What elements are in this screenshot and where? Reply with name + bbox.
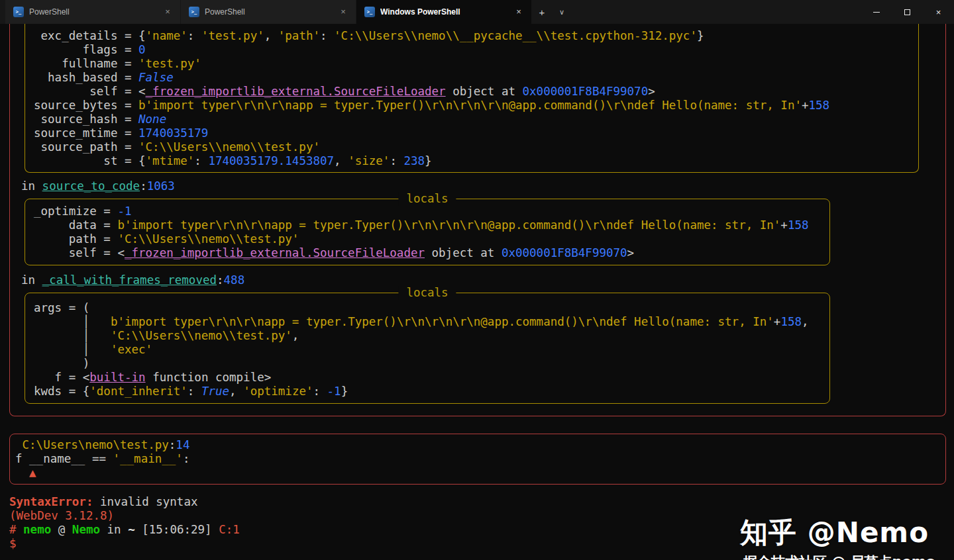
watermark-zhihu: 知乎 @Nemo [740,526,929,539]
watermark-juejin: 掘金技术社区 @ 尼莫点nemo [743,555,935,560]
terminal-line: source_hash = None [34,113,912,126]
terminal-line: f = <built-in function compile> [34,371,823,385]
maximize-icon [904,9,910,15]
terminal-line: │ 'C:\\Users\\nemo\\test.py', [34,329,823,343]
terminal-line: args = ( [34,301,823,315]
powershell-icon-glyph: >_ [16,10,21,15]
terminal-line: source_bytes = b'import typer\r\n\r\napp… [34,99,912,113]
powershell-icon: >_ [13,7,24,17]
terminal-window: >_ PowerShell × >_ PowerShell × >_ Windo… [0,0,954,560]
terminal-line: self = <_frozen_importlib_external.Sourc… [34,246,823,260]
locals-box-source-to-code: locals _optimize = -1 data = b'import ty… [25,199,830,265]
powershell-icon: >_ [189,7,199,17]
tab-title: PowerShell [205,7,332,17]
locals-box-title: locals [398,192,456,206]
terminal-line: data = b'import typer\r\n\r\napp = typer… [34,218,823,232]
terminal-line: in _call_with_frames_removed:488 [21,273,945,287]
terminal-line: source_mtime = 1740035179 [34,126,912,140]
terminal-line: exc_details = {'name': 'test.py', 'path'… [34,29,912,43]
terminal-line: │ 'exec' [34,343,823,357]
locals-box-call-with-frames-removed: locals args = ( │ b'import typer\r\n\r\n… [25,293,830,404]
terminal-line: f __name__ == '__main__': [15,452,940,466]
terminal-line: │ b'import typer\r\n\r\napp = typer.Type… [34,315,823,329]
terminal-content[interactable]: exc_details = {'name': 'test.py', 'path'… [0,24,954,560]
new-tab-button[interactable]: + [532,0,552,24]
terminal-line: ▲ [15,466,940,480]
frame-call-with-frames-removed: in _call_with_frames_removed:488 [21,273,945,287]
powershell-icon-glyph: >_ [367,10,372,15]
minimize-button[interactable] [861,0,892,24]
powershell-icon: >_ [364,7,375,17]
terminal-line: kwds = {'dont_inherit': True, 'optimize'… [34,385,823,398]
locals-box-top: exc_details = {'name': 'test.py', 'path'… [25,24,919,173]
tabbar-drag-region [572,0,861,24]
locals-box-body: args = ( │ b'import typer\r\n\r\napp = t… [34,301,823,398]
terminal-line: source_path = 'C:\\Users\\nemo\\test.py' [34,140,912,154]
terminal-line: flags = 0 [34,43,912,57]
terminal-line: hash_based = False [34,71,912,85]
minimize-icon [873,12,880,13]
tab-dropdown-button[interactable]: ∨ [552,0,572,24]
powershell-icon-glyph: >_ [191,10,197,15]
tab-powershell-2[interactable]: >_ PowerShell × [181,0,356,24]
tab-close-icon[interactable]: × [513,6,525,18]
tab-bar: >_ PowerShell × >_ PowerShell × >_ Windo… [0,0,954,24]
close-button[interactable]: × [923,0,954,24]
terminal-line: SyntaxError: invalid syntax [9,495,954,509]
terminal-line: _optimize = -1 [34,205,823,218]
traceback-box: exc_details = {'name': 'test.py', 'path'… [9,24,946,416]
locals-box-body: _optimize = -1 data = b'import typer\r\n… [34,205,823,260]
tab-close-icon[interactable]: × [162,6,174,18]
maximize-button[interactable] [892,0,923,24]
tab-title: Windows PowerShell [380,7,507,17]
syntax-error-snippet-box: C:\Users\nemo\test.py:14f __name__ == '_… [9,434,946,485]
terminal-line: ) [34,357,823,371]
tab-title: PowerShell [29,7,156,17]
terminal-line: C:\Users\nemo\test.py:14 [15,438,940,452]
terminal-line: path = 'C:\\Users\\nemo\\test.py' [34,232,823,246]
terminal-line: in source_to_code:1063 [21,179,945,193]
terminal-line: self = <_frozen_importlib_external.Sourc… [34,85,912,99]
tab-windows-powershell[interactable]: >_ Windows PowerShell × [356,0,531,24]
tab-close-icon[interactable]: × [337,6,349,18]
tab-powershell-1[interactable]: >_ PowerShell × [5,0,180,24]
locals-box-title: locals [398,286,456,300]
frame-source-to-code: in source_to_code:1063 [21,179,945,193]
terminal-line: st = {'mtime': 1740035179.1453807, 'size… [34,154,912,168]
terminal-line: fullname = 'test.py' [34,57,912,71]
